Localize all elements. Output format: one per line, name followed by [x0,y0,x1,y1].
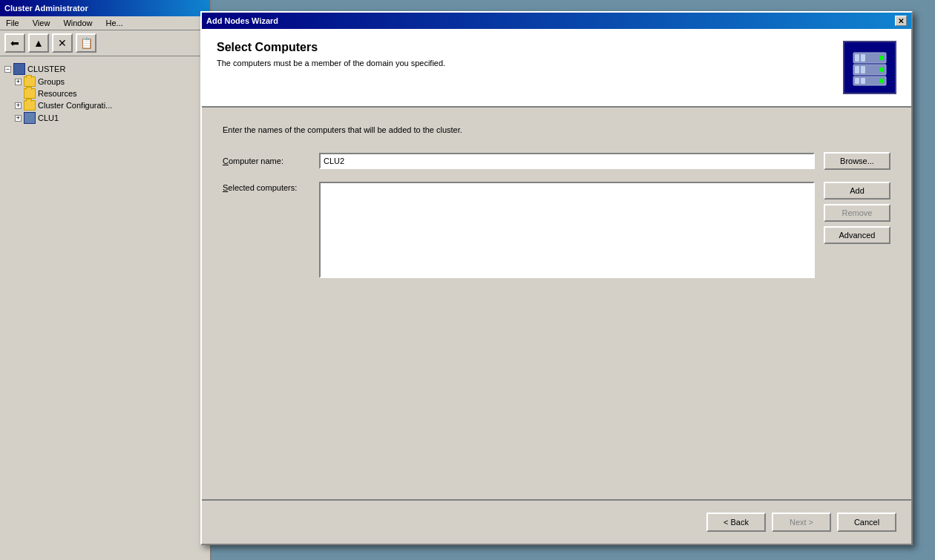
groups-folder-icon [24,76,36,87]
selected-computers-label: Selected computers: [223,183,319,192]
selected-label-rest: elected computers: [228,183,297,192]
tree-root-label: CLUSTER [27,65,65,73]
svg-rect-2 [861,54,865,62]
tree-groups[interactable]: + Groups [13,76,207,88]
cluster-icon [13,63,25,75]
toolbar-btn-3[interactable]: ✕ [52,33,73,53]
svg-rect-1 [855,54,859,62]
computer-name-input[interactable] [319,153,815,169]
toolbar-btn-2[interactable]: ▲ [28,33,49,53]
remove-button[interactable]: Remove [824,204,890,222]
cluster-servers-icon [849,47,890,88]
back-button[interactable]: < Back [706,513,766,532]
add-nodes-wizard-dialog: Add Nodes Wizard ✕ Select Computers The … [200,11,913,545]
dialog-body: Enter the names of the computers that wi… [202,108,911,308]
menu-file[interactable]: File [3,18,22,28]
svg-point-11 [879,79,884,83]
tree-cluster-config-label: Cluster Configurati... [38,101,112,110]
computer-name-buttons: Browse... [824,152,890,170]
computer-name-row: Computer name: Browse... [223,152,890,170]
root-expand[interactable]: − [4,66,11,73]
dialog-header-subtitle: The computers must be a member of the do… [217,59,445,67]
app-titlebar: Cluster Administrator [0,0,210,16]
tree-resources-label: Resources [38,89,77,98]
svg-rect-10 [861,78,865,84]
app-window: Cluster Administrator File View Window H… [0,0,211,560]
menu-window[interactable]: Window [60,18,95,28]
advanced-button[interactable]: Advanced [824,226,890,244]
dialog-header-icon [843,41,896,94]
next-button[interactable]: Next > [772,513,831,532]
tree-cluster-config[interactable]: + Cluster Configurati... [13,99,207,111]
dialog-header-text: Select Computers The computers must be a… [217,41,445,67]
toolbar-btn-1[interactable]: ⬅ [4,33,25,53]
tree-groups-label: Groups [38,77,65,86]
menu-help[interactable]: He... [103,18,126,28]
cancel-button[interactable]: Cancel [837,513,896,532]
config-folder-icon [24,100,36,111]
app-menubar: File View Window He... [0,16,210,30]
dialog-header-title: Select Computers [217,41,445,54]
dialog-title: Add Nodes Wizard [206,16,278,25]
tree-area: − CLUSTER + Groups Resources + Cluster C… [0,56,210,131]
tree-clu1[interactable]: + CLU1 [13,111,207,125]
add-button[interactable]: Add [824,182,890,200]
svg-rect-9 [855,78,859,84]
clu1-icon [24,112,36,124]
dialog-footer: < Back Next > Cancel [202,499,911,544]
dialog-body-description: Enter the names of the computers that wi… [223,125,890,134]
menu-view[interactable]: View [30,18,53,28]
svg-rect-5 [855,66,859,73]
svg-point-7 [879,67,884,72]
app-toolbar: ⬅ ▲ ✕ 📋 [0,30,210,56]
tree-resources[interactable]: Resources [13,88,207,99]
tree-root[interactable]: − CLUSTER [3,62,207,76]
resources-folder-icon [24,88,36,99]
selected-computers-listbox[interactable] [319,182,815,278]
toolbar-btn-4[interactable]: 📋 [76,33,96,53]
svg-rect-6 [861,66,865,73]
dialog-close-button[interactable]: ✕ [895,16,907,26]
groups-expand[interactable]: + [15,79,22,85]
app-title: Cluster Administrator [4,4,88,13]
selected-computers-row: Selected computers: Add Remove Advanced [223,182,890,278]
clu1-expand[interactable]: + [15,115,22,122]
selected-computers-buttons: Add Remove Advanced [824,182,890,244]
svg-point-3 [879,56,884,60]
dialog-titlebar: Add Nodes Wizard ✕ [202,13,911,29]
browse-button[interactable]: Browse... [824,152,890,170]
tree-clu1-label: CLU1 [38,113,59,122]
config-expand[interactable]: + [15,102,22,109]
computer-name-label: Computer name: [223,157,319,165]
computer-name-label-rest: omputer name: [229,157,283,165]
dialog-header: Select Computers The computers must be a… [202,29,911,108]
